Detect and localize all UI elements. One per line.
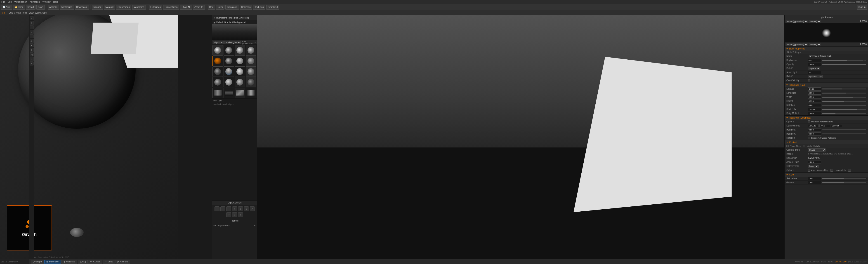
tab-verts[interactable]: ⋯ Verts [103,260,115,264]
falloff-select[interactable]: Square [808,67,820,70]
brightness-slider[interactable] [822,60,864,61]
btn-ruler[interactable]: Ruler [216,5,224,10]
sec-menu-tools[interactable]: Tools [22,11,27,14]
btn-raytracing[interactable]: Raytracing [60,5,74,10]
gamma-input[interactable] [808,181,821,184]
daily-multiple-input[interactable] [808,112,821,115]
lc-btn-8[interactable]: ↗ [226,212,231,217]
icon-view-left[interactable]: ◁ [30,53,34,57]
menu-animation[interactable]: Animation [30,1,39,3]
tab-curves[interactable]: 〜 Curves [88,260,102,264]
light-thumb-11[interactable] [235,66,245,77]
latitude-slider[interactable] [822,89,866,90]
handle-c-slider[interactable] [822,133,866,134]
saturation-slider[interactable] [822,178,866,179]
latitude-input[interactable] [808,88,821,91]
lc-btn-6[interactable]: ↓ [244,206,249,211]
transform-extended-header[interactable]: ▼ Transform (Extended) [784,116,868,120]
light-preview-rgba-select[interactable]: RGB(A) [809,20,821,23]
icon-filter[interactable]: ≡ [30,61,34,65]
transform-cam-header[interactable]: ▼ Transform (Cam) [784,83,868,87]
btn-presentation[interactable]: Presentation [163,5,179,10]
viewport-content[interactable]: Graph [0,4,178,264]
aspect-ratio-input[interactable] [808,161,821,164]
tab-animate[interactable]: ▶ Animate [116,260,130,264]
advanced-rotation-checkbox[interactable] [808,137,810,139]
lc-btn-3[interactable]: → [226,206,231,211]
btn-save[interactable]: Save [36,5,45,10]
icon-rotate[interactable]: ↺ [30,25,34,29]
light-thumb-18[interactable] [223,88,234,98]
width-input[interactable] [808,96,821,99]
lc-btn-4[interactable]: ↑ [232,206,237,211]
light-thumb-19[interactable] [235,88,245,98]
opacity-input[interactable] [808,63,821,66]
light-thumb-8[interactable] [246,56,256,66]
lc-btn-9[interactable]: ⊙ [232,212,237,217]
btn-rengen[interactable]: Rengen [92,5,103,10]
lc-btn-7[interactable]: ↙ [250,206,255,211]
light-thumb-3[interactable] [235,45,245,56]
sec-menu-webshops[interactable]: Web Shops [35,11,47,14]
presets-color-toggle[interactable]: ▼ [254,225,256,227]
interaction-label[interactable]: File [1,11,5,14]
can-visibility-checkbox[interactable]: ✓ [808,79,810,82]
icon-select[interactable]: ↖ [30,16,34,20]
handle-s-input[interactable] [808,128,821,131]
sec-menu-create[interactable]: Create [14,11,21,14]
lc-btn-2[interactable]: ↔ [220,206,225,211]
icon-scale[interactable]: ⤢ [30,30,34,34]
gamma-slider[interactable] [822,182,866,183]
btn-zoom-to[interactable]: Zoom To [193,5,205,10]
light-thumb-9[interactable] [213,66,223,77]
content-section-header[interactable]: ▼ Content [784,140,868,144]
render-view-rgba-select[interactable]: RGB(A) [809,43,821,46]
light-thumb-4[interactable] [246,45,256,56]
sec-menu-edit[interactable]: Edit [9,11,13,14]
canvas-content[interactable] [257,5,784,264]
longitude-slider[interactable] [822,93,866,94]
icon-view-right[interactable]: ▷ [30,57,34,61]
studio-lights-select[interactable]: StudioLights [224,41,241,44]
rotation-input[interactable] [808,104,821,107]
light-thumb-15[interactable] [235,77,245,88]
width-slider[interactable] [822,97,866,98]
light-thumb-20[interactable] [246,88,256,98]
opacity-slider[interactable] [822,64,866,65]
alpha-multiply-checkbox[interactable] [803,145,805,147]
value-blend-checkbox[interactable] [786,145,789,147]
btn-new[interactable]: 📄 New [1,5,12,10]
light-thumb-1[interactable] [213,45,223,56]
lightfield-x-input[interactable] [808,124,818,127]
lc-btn-5[interactable]: ↕ [238,206,243,211]
flip-checkbox[interactable] [808,169,810,172]
handle-c-input[interactable] [808,132,821,135]
brightness-reset[interactable]: ↩ [864,59,866,61]
uninmultiply-checkbox[interactable] [830,169,833,172]
rotation-slider[interactable] [822,105,866,106]
lc-btn-1[interactable]: ← [215,206,219,211]
height-slider[interactable] [822,101,866,102]
light-thumb-13[interactable] [213,77,223,88]
tab-graph[interactable]: ⬡ Graph [31,260,44,264]
icon-move[interactable]: ✛ [30,21,34,25]
light-thumb-12[interactable] [246,66,256,77]
tab-obj[interactable]: △ Obj [78,260,88,264]
menu-file[interactable]: File [1,1,5,3]
falloff-mode-select[interactable]: Quadratic [808,75,823,78]
lightfield-z-input[interactable] [831,124,842,127]
icon-settings[interactable]: ⚙ [30,48,34,52]
light-properties-header[interactable]: ▼ Light Properties [784,46,868,51]
daily-multiple-slider[interactable] [822,113,866,114]
render-view-color-select[interactable]: sRGB (glpMonitor) [786,43,808,46]
menu-edit[interactable]: Edit [8,1,11,3]
btn-import[interactable]: Import [26,5,35,10]
hdri-item-row[interactable]: ▣ Default Gradient Background [212,20,257,24]
btn-wireframe[interactable]: Wireframe [132,5,146,10]
menu-visualization[interactable]: Visualization [14,1,27,3]
btn-transform[interactable]: Transform [225,5,239,10]
longitude-input[interactable] [808,92,821,95]
invert-alpha-checkbox[interactable] [848,169,851,172]
sec-menu-view[interactable]: View [29,11,34,14]
tab-transform[interactable]: ⊞ Transform [44,260,61,264]
